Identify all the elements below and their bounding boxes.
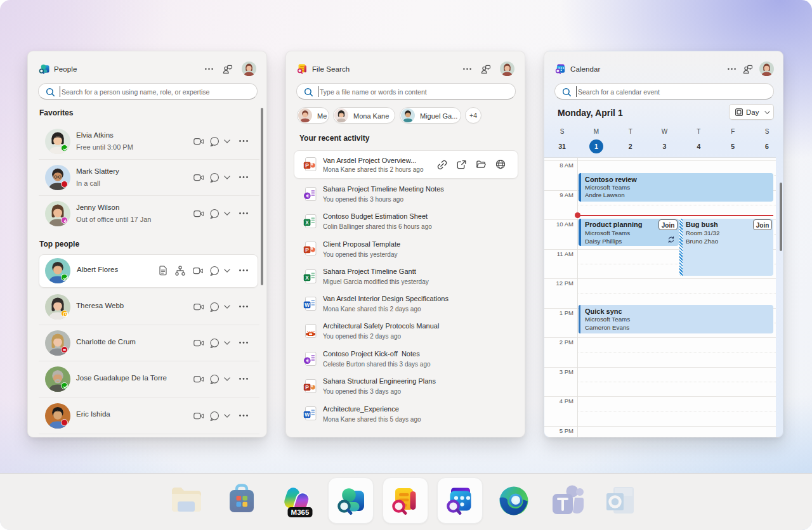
svg-text:P: P <box>305 247 309 253</box>
svg-text:P: P <box>305 384 309 391</box>
svg-text:P: P <box>305 162 309 169</box>
svg-text:W: W <box>304 302 310 308</box>
svg-text:M365: M365 <box>291 508 310 516</box>
svg-text:W: W <box>304 411 310 418</box>
svg-text:X: X <box>305 219 309 226</box>
svg-text:X: X <box>305 275 309 281</box>
